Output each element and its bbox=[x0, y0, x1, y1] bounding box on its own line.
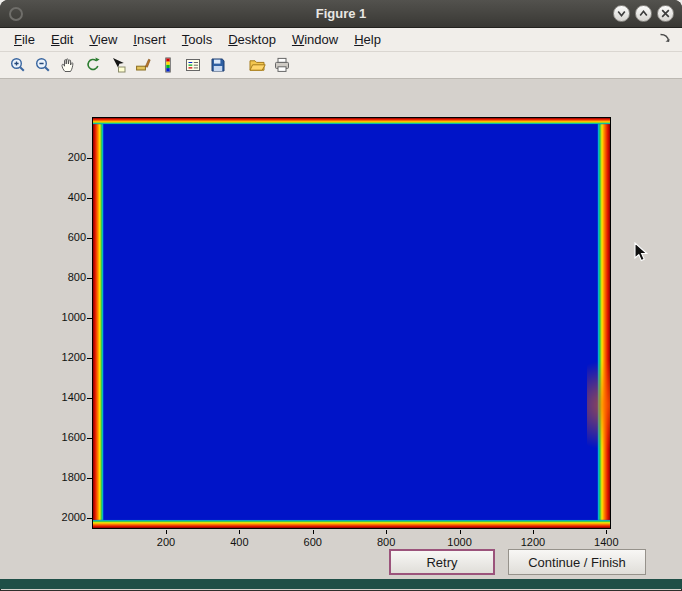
menu-edit[interactable]: Edit bbox=[43, 30, 81, 49]
x-tick-label: 800 bbox=[364, 536, 408, 548]
menu-desktop[interactable]: Desktop bbox=[220, 30, 284, 49]
menubar-items: FileEditViewInsertToolsDesktopWindowHelp bbox=[6, 30, 389, 49]
toolbar-separator bbox=[230, 54, 244, 77]
x-tick-label: 1400 bbox=[584, 536, 628, 548]
x-tick-label: 200 bbox=[144, 536, 188, 548]
y-tick-mark bbox=[87, 518, 92, 519]
y-tick-mark bbox=[87, 318, 92, 319]
bottom-strip bbox=[0, 579, 682, 589]
menubar-corner-arrow-icon[interactable] bbox=[658, 31, 672, 49]
x-tick-label: 1200 bbox=[511, 536, 555, 548]
x-tick-mark bbox=[460, 530, 461, 534]
menu-window[interactable]: Window bbox=[284, 30, 346, 49]
pan-hand-icon[interactable] bbox=[55, 54, 80, 77]
menu-tools[interactable]: Tools bbox=[174, 30, 220, 49]
y-tick-label: 200 bbox=[42, 151, 86, 163]
continue-finish-button[interactable]: Continue / Finish bbox=[508, 549, 646, 575]
y-tick-mark bbox=[87, 238, 92, 239]
close-button[interactable] bbox=[657, 5, 674, 22]
figure-canvas-area: Retry Continue / Finish 2004006008001000… bbox=[0, 79, 682, 579]
menu-view[interactable]: View bbox=[81, 30, 125, 49]
y-tick-label: 2000 bbox=[42, 511, 86, 523]
dialog-buttons: Retry Continue / Finish bbox=[389, 549, 646, 575]
y-tick-mark bbox=[87, 158, 92, 159]
titlebar[interactable]: Figure 1 bbox=[0, 0, 682, 28]
x-tick-mark bbox=[533, 530, 534, 534]
y-tick-mark bbox=[87, 278, 92, 279]
zoom-out-icon[interactable] bbox=[30, 54, 55, 77]
menu-help[interactable]: Help bbox=[346, 30, 389, 49]
retry-button[interactable]: Retry bbox=[389, 549, 495, 575]
data-cursor-icon[interactable] bbox=[105, 54, 130, 77]
print-icon[interactable] bbox=[269, 54, 294, 77]
y-tick-label: 400 bbox=[42, 191, 86, 203]
y-tick-mark bbox=[87, 398, 92, 399]
colorbar-icon[interactable] bbox=[155, 54, 180, 77]
y-tick-label: 1400 bbox=[42, 391, 86, 403]
window-title: Figure 1 bbox=[0, 6, 682, 21]
legend-icon[interactable] bbox=[180, 54, 205, 77]
x-tick-mark bbox=[313, 530, 314, 534]
x-tick-mark bbox=[386, 530, 387, 534]
maximize-button[interactable] bbox=[635, 5, 652, 22]
thermal-image[interactable] bbox=[93, 118, 610, 528]
y-tick-mark bbox=[87, 438, 92, 439]
y-tick-label: 600 bbox=[42, 231, 86, 243]
figure-window: Figure 1 FileEditViewInsertToolsDesktopW… bbox=[0, 0, 682, 591]
rotate-3d-icon[interactable] bbox=[80, 54, 105, 77]
y-tick-label: 800 bbox=[42, 271, 86, 283]
y-tick-mark bbox=[87, 198, 92, 199]
plot-area bbox=[92, 117, 611, 529]
toolbar bbox=[0, 52, 682, 79]
window-menu-button[interactable] bbox=[9, 7, 23, 21]
y-tick-mark bbox=[87, 478, 92, 479]
zoom-in-icon[interactable] bbox=[5, 54, 30, 77]
menubar: FileEditViewInsertToolsDesktopWindowHelp bbox=[0, 28, 682, 52]
y-tick-label: 1000 bbox=[42, 311, 86, 323]
x-tick-mark bbox=[166, 530, 167, 534]
x-tick-mark bbox=[239, 530, 240, 534]
open-folder-icon[interactable] bbox=[244, 54, 269, 77]
y-tick-label: 1800 bbox=[42, 471, 86, 483]
x-tick-label: 600 bbox=[291, 536, 335, 548]
y-tick-label: 1600 bbox=[42, 431, 86, 443]
menu-file[interactable]: File bbox=[6, 30, 43, 49]
x-tick-mark bbox=[606, 530, 607, 534]
y-tick-mark bbox=[87, 358, 92, 359]
save-icon[interactable] bbox=[205, 54, 230, 77]
menu-insert[interactable]: Insert bbox=[125, 30, 174, 49]
x-tick-label: 400 bbox=[217, 536, 261, 548]
minimize-button[interactable] bbox=[613, 5, 630, 22]
x-tick-label: 1000 bbox=[438, 536, 482, 548]
brush-icon[interactable] bbox=[130, 54, 155, 77]
y-tick-label: 1200 bbox=[42, 351, 86, 363]
window-controls bbox=[613, 5, 674, 22]
